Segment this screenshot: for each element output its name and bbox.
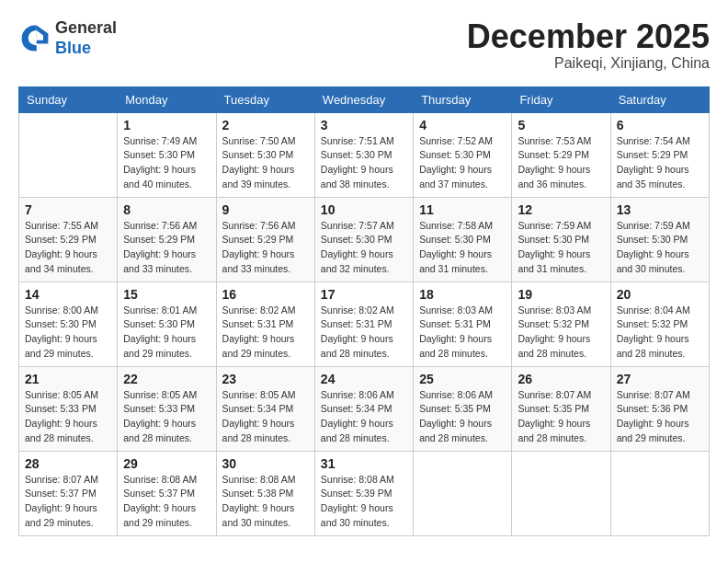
day-number: 16 [222,287,309,302]
day-info: Sunrise: 7:51 AM Sunset: 5:30 PM Dayligh… [321,134,407,192]
calendar-cell: 2Sunrise: 7:50 AM Sunset: 5:30 PM Daylig… [216,112,314,197]
day-info: Sunrise: 8:08 AM Sunset: 5:37 PM Dayligh… [123,473,210,531]
calendar-cell: 11Sunrise: 7:58 AM Sunset: 5:30 PM Dayli… [414,197,512,282]
day-number: 6 [617,118,703,132]
weekday-header: Thursday [414,86,512,112]
logo-blue-text: Blue [55,39,91,57]
day-info: Sunrise: 7:54 AM Sunset: 5:29 PM Dayligh… [617,134,703,192]
calendar-cell [414,451,512,535]
calendar-cell: 28Sunrise: 8:07 AM Sunset: 5:37 PM Dayli… [19,451,118,535]
day-info: Sunrise: 8:02 AM Sunset: 5:31 PM Dayligh… [222,304,309,362]
calendar-cell: 10Sunrise: 7:57 AM Sunset: 5:30 PM Dayli… [314,197,413,282]
day-info: Sunrise: 7:52 AM Sunset: 5:30 PM Dayligh… [419,134,506,192]
calendar-cell: 8Sunrise: 7:56 AM Sunset: 5:29 PM Daylig… [118,197,216,282]
day-number: 21 [25,372,111,386]
day-number: 30 [222,456,309,471]
calendar-cell [512,451,610,535]
calendar-cell: 25Sunrise: 8:06 AM Sunset: 5:35 PM Dayli… [414,366,512,451]
calendar-cell: 5Sunrise: 7:53 AM Sunset: 5:29 PM Daylig… [512,112,610,197]
day-number: 12 [518,202,604,217]
calendar-cell: 17Sunrise: 8:02 AM Sunset: 5:31 PM Dayli… [314,282,413,366]
calendar-week-row: 14Sunrise: 8:00 AM Sunset: 5:30 PM Dayli… [19,282,710,366]
calendar-cell: 9Sunrise: 7:56 AM Sunset: 5:29 PM Daylig… [216,197,314,282]
logo-icon [18,22,51,55]
day-number: 3 [321,118,407,132]
day-info: Sunrise: 7:53 AM Sunset: 5:29 PM Dayligh… [518,134,604,192]
day-number: 22 [123,372,210,386]
calendar-week-row: 7Sunrise: 7:55 AM Sunset: 5:29 PM Daylig… [19,197,710,282]
logo-general-text: General [55,18,117,37]
logo-text: General Blue [55,18,117,58]
day-info: Sunrise: 7:55 AM Sunset: 5:29 PM Dayligh… [25,219,111,277]
day-info: Sunrise: 8:06 AM Sunset: 5:34 PM Dayligh… [321,388,407,446]
day-number: 17 [321,287,407,302]
calendar-cell: 14Sunrise: 8:00 AM Sunset: 5:30 PM Dayli… [19,282,118,366]
calendar-cell: 24Sunrise: 8:06 AM Sunset: 5:34 PM Dayli… [314,366,413,451]
day-info: Sunrise: 8:05 AM Sunset: 5:33 PM Dayligh… [123,388,210,446]
calendar-cell: 6Sunrise: 7:54 AM Sunset: 5:29 PM Daylig… [610,112,709,197]
day-info: Sunrise: 8:03 AM Sunset: 5:31 PM Dayligh… [419,304,506,362]
calendar-table: SundayMondayTuesdayWednesdayThursdayFrid… [18,86,710,536]
day-number: 8 [123,202,210,217]
day-info: Sunrise: 8:05 AM Sunset: 5:34 PM Dayligh… [222,388,309,446]
day-number: 26 [518,372,604,386]
day-number: 14 [25,287,111,302]
day-info: Sunrise: 8:00 AM Sunset: 5:30 PM Dayligh… [25,304,111,362]
day-number: 24 [321,372,407,386]
day-info: Sunrise: 8:03 AM Sunset: 5:32 PM Dayligh… [518,304,604,362]
weekday-header: Monday [118,86,216,112]
weekday-header-row: SundayMondayTuesdayWednesdayThursdayFrid… [19,86,710,112]
calendar-cell: 23Sunrise: 8:05 AM Sunset: 5:34 PM Dayli… [216,366,314,451]
day-number: 23 [222,372,309,386]
calendar-cell [19,112,118,197]
day-number: 28 [25,456,111,471]
logo: General Blue [18,18,117,58]
calendar-cell: 26Sunrise: 8:07 AM Sunset: 5:35 PM Dayli… [512,366,610,451]
day-info: Sunrise: 8:01 AM Sunset: 5:30 PM Dayligh… [123,304,210,362]
calendar-cell: 4Sunrise: 7:52 AM Sunset: 5:30 PM Daylig… [414,112,512,197]
weekday-header: Saturday [610,86,709,112]
day-info: Sunrise: 7:49 AM Sunset: 5:30 PM Dayligh… [123,134,210,192]
day-info: Sunrise: 8:04 AM Sunset: 5:32 PM Dayligh… [617,304,703,362]
calendar-week-row: 1Sunrise: 7:49 AM Sunset: 5:30 PM Daylig… [19,112,710,197]
day-number: 10 [321,202,407,217]
calendar-cell [610,451,709,535]
page-header: General Blue December 2025 Paikeqi, Xinj… [18,18,710,72]
day-number: 11 [419,202,506,217]
day-number: 7 [25,202,111,217]
calendar-cell: 19Sunrise: 8:03 AM Sunset: 5:32 PM Dayli… [512,282,610,366]
day-number: 9 [222,202,309,217]
day-info: Sunrise: 7:59 AM Sunset: 5:30 PM Dayligh… [617,219,703,277]
day-info: Sunrise: 8:08 AM Sunset: 5:38 PM Dayligh… [222,473,309,531]
day-number: 4 [419,118,506,132]
calendar-cell: 21Sunrise: 8:05 AM Sunset: 5:33 PM Dayli… [19,366,118,451]
day-number: 15 [123,287,210,302]
day-info: Sunrise: 7:59 AM Sunset: 5:30 PM Dayligh… [518,219,604,277]
day-info: Sunrise: 8:08 AM Sunset: 5:39 PM Dayligh… [321,473,407,531]
day-info: Sunrise: 8:06 AM Sunset: 5:35 PM Dayligh… [419,388,506,446]
calendar-cell: 7Sunrise: 7:55 AM Sunset: 5:29 PM Daylig… [19,197,118,282]
day-number: 20 [617,287,703,302]
day-number: 27 [617,372,703,386]
calendar-cell: 15Sunrise: 8:01 AM Sunset: 5:30 PM Dayli… [118,282,216,366]
calendar-cell: 3Sunrise: 7:51 AM Sunset: 5:30 PM Daylig… [314,112,413,197]
day-number: 18 [419,287,506,302]
weekday-header: Tuesday [216,86,314,112]
day-number: 2 [222,118,309,132]
calendar-cell: 1Sunrise: 7:49 AM Sunset: 5:30 PM Daylig… [118,112,216,197]
day-number: 13 [617,202,703,217]
calendar-cell: 18Sunrise: 8:03 AM Sunset: 5:31 PM Dayli… [414,282,512,366]
calendar-cell: 31Sunrise: 8:08 AM Sunset: 5:39 PM Dayli… [314,451,413,535]
calendar-week-row: 28Sunrise: 8:07 AM Sunset: 5:37 PM Dayli… [19,451,710,535]
day-info: Sunrise: 8:05 AM Sunset: 5:33 PM Dayligh… [25,388,111,446]
title-block: December 2025 Paikeqi, Xinjiang, China [467,18,710,72]
day-number: 31 [321,456,407,471]
calendar-cell: 16Sunrise: 8:02 AM Sunset: 5:31 PM Dayli… [216,282,314,366]
weekday-header: Friday [512,86,610,112]
location: Paikeqi, Xinjiang, China [467,55,710,72]
day-number: 1 [123,118,210,132]
day-info: Sunrise: 8:07 AM Sunset: 5:37 PM Dayligh… [25,473,111,531]
calendar-cell: 27Sunrise: 8:07 AM Sunset: 5:36 PM Dayli… [610,366,709,451]
weekday-header: Wednesday [314,86,413,112]
day-number: 5 [518,118,604,132]
